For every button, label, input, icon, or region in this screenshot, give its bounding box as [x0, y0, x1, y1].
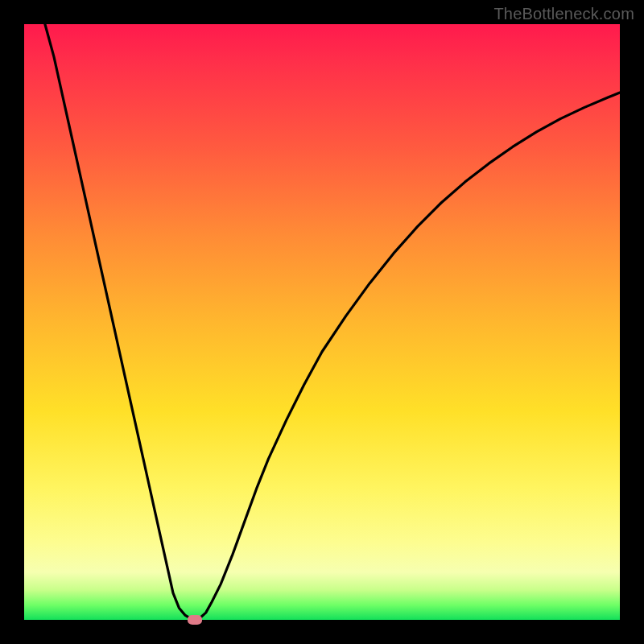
bottleneck-curve — [45, 24, 620, 620]
chart-frame — [24, 24, 620, 620]
minimum-marker — [188, 615, 202, 625]
credit-text: TheBottleneck.com — [493, 5, 634, 23]
chart-svg — [24, 24, 620, 620]
